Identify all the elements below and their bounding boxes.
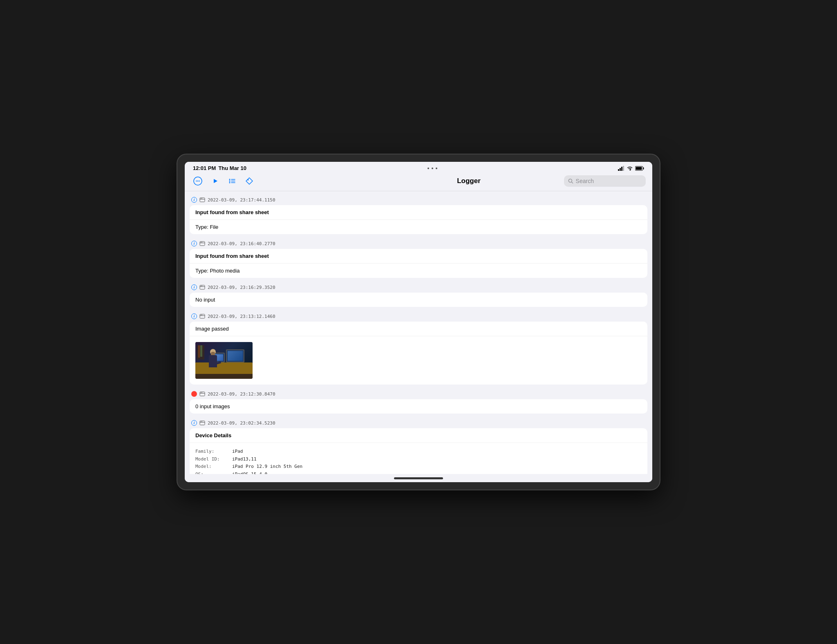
svg-point-11 — [229, 179, 231, 180]
device-os-row: OS: iPadOS 15.4.0 — [195, 471, 642, 474]
log-card-2: Input found from share sheet Type: Photo… — [190, 249, 647, 278]
log-image — [195, 342, 253, 379]
svg-point-43 — [201, 421, 202, 422]
status-date: Thu Mar 10 — [218, 165, 246, 171]
device-details-mono: Family: iPad Model ID: iPad13,11 Model: … — [190, 445, 647, 474]
log-indicator-info-2 — [191, 241, 197, 246]
content-area[interactable]: 2022-03-09, 23:17:44.1150 Input found fr… — [185, 191, 652, 474]
list-button[interactable] — [226, 174, 239, 188]
signal-icon — [618, 166, 624, 171]
log-card-6: Device Details Family: iPad Model ID: iP… — [190, 428, 647, 474]
svg-point-30 — [201, 286, 201, 286]
log-card-row-3-0: No input — [190, 293, 647, 307]
device-family-label: Family: — [195, 448, 228, 456]
svg-point-12 — [229, 181, 231, 182]
log-card-device-details: Family: iPad Model ID: iPad13,11 Model: … — [190, 443, 647, 474]
log-card-row-5-0: 0 input images — [190, 399, 647, 414]
svg-point-39 — [201, 392, 202, 393]
window-icon-4 — [199, 313, 205, 319]
status-dot-3 — [436, 168, 437, 169]
log-timestamp-1: 2022-03-09, 23:17:44.1150 — [208, 197, 275, 203]
svg-rect-3 — [623, 166, 624, 171]
svg-point-42 — [201, 421, 201, 422]
search-icon — [568, 178, 573, 184]
more-button[interactable] — [191, 174, 204, 188]
wifi-icon — [627, 166, 633, 171]
log-indicator-info-6 — [191, 420, 197, 426]
log-timestamp-3: 2022-03-09, 23:16:29.3520 — [208, 285, 275, 290]
log-entry-2: 2022-03-09, 23:16:40.2770 Input found fr… — [185, 238, 652, 278]
device-model-label: Model: — [195, 463, 228, 471]
svg-rect-1 — [620, 168, 621, 171]
log-entry-3: 2022-03-09, 23:16:29.3520 No input — [185, 282, 652, 307]
log-timestamp-5: 2022-03-09, 23:12:30.8470 — [208, 391, 275, 397]
log-indicator-error-5 — [191, 391, 197, 397]
log-card-5: 0 input images — [190, 399, 647, 414]
window-icon-5 — [199, 391, 205, 397]
svg-point-27 — [201, 242, 202, 243]
log-card-row-1-1: Type: File — [190, 220, 647, 234]
status-time: 12:01 PM — [193, 165, 216, 171]
log-card-1: Input found from share sheet Type: File — [190, 205, 647, 234]
device-model-row: Model: iPad Pro 12.9 inch 5th Gen — [195, 463, 642, 471]
search-input[interactable] — [576, 178, 642, 184]
log-entry-5: 2022-03-09, 23:12:30.8470 0 input images — [185, 389, 652, 414]
device-os-value: iPadOS 15.4.0 — [232, 471, 267, 474]
home-indicator-bar — [394, 477, 443, 479]
tag-button[interactable] — [243, 174, 256, 188]
window-icon-1 — [199, 197, 205, 203]
log-entry-1: 2022-03-09, 23:17:44.1150 Input found fr… — [185, 195, 652, 234]
svg-point-8 — [196, 181, 197, 181]
device-model-id-value: iPad13,11 — [232, 456, 257, 463]
svg-point-23 — [201, 198, 202, 199]
log-header-2: 2022-03-09, 23:16:40.2770 — [185, 238, 652, 249]
status-icons — [618, 166, 644, 171]
status-dot-1 — [427, 168, 429, 169]
svg-point-38 — [201, 392, 201, 393]
svg-point-17 — [248, 179, 249, 181]
log-card-4: Image passed — [190, 322, 647, 385]
svg-point-10 — [199, 181, 199, 181]
log-card-image-row — [190, 336, 647, 385]
nav-title: Logger — [378, 177, 560, 185]
log-card-row-1-0: Input found from share sheet — [190, 205, 647, 220]
svg-point-22 — [201, 198, 201, 199]
device-family-row: Family: iPad — [195, 448, 642, 456]
svg-rect-6 — [636, 167, 642, 170]
log-indicator-info-1 — [191, 197, 197, 203]
log-timestamp-6: 2022-03-09, 23:02:34.5230 — [208, 420, 275, 426]
window-icon-6 — [199, 420, 205, 426]
nav-left — [191, 174, 374, 188]
log-card-row-4-0: Image passed — [190, 322, 647, 336]
svg-rect-5 — [643, 167, 644, 169]
device-model-id-label: Model ID: — [195, 456, 228, 463]
ipad-frame: 12:01 PM Thu Mar 10 — [177, 154, 660, 490]
log-card-row-2-1: Type: Photo media — [190, 264, 647, 278]
window-icon-3 — [199, 284, 205, 290]
log-entry-4: 2022-03-09, 23:13:12.1460 Image passed — [185, 311, 652, 385]
status-dot-2 — [432, 168, 433, 169]
log-header-5: 2022-03-09, 23:12:30.8470 — [185, 389, 652, 399]
home-indicator — [185, 474, 652, 482]
log-header-3: 2022-03-09, 23:16:29.3520 — [185, 282, 652, 293]
svg-point-35 — [201, 315, 202, 315]
svg-point-9 — [197, 181, 198, 181]
svg-point-31 — [201, 286, 202, 286]
play-button[interactable] — [208, 174, 222, 188]
log-entry-6: 2022-03-09, 23:02:34.5230 Device Details… — [185, 418, 652, 474]
log-header-1: 2022-03-09, 23:17:44.1150 — [185, 195, 652, 205]
log-card-row-2-0: Input found from share sheet — [190, 249, 647, 264]
search-bar[interactable] — [564, 175, 646, 187]
device-model-id-row: Model ID: iPad13,11 — [195, 456, 642, 463]
device-family-value: iPad — [232, 448, 243, 456]
log-indicator-info-4 — [191, 313, 197, 319]
status-bar: 12:01 PM Thu Mar 10 — [185, 162, 652, 173]
log-card-row-6-0: Device Details — [190, 428, 647, 443]
nav-bar: Logger — [185, 173, 652, 191]
svg-point-34 — [201, 315, 201, 315]
log-header-6: 2022-03-09, 23:02:34.5230 — [185, 418, 652, 428]
device-model-value: iPad Pro 12.9 inch 5th Gen — [232, 463, 302, 471]
status-center — [427, 168, 437, 169]
svg-point-26 — [201, 242, 201, 243]
log-timestamp-4: 2022-03-09, 23:13:12.1460 — [208, 314, 275, 319]
